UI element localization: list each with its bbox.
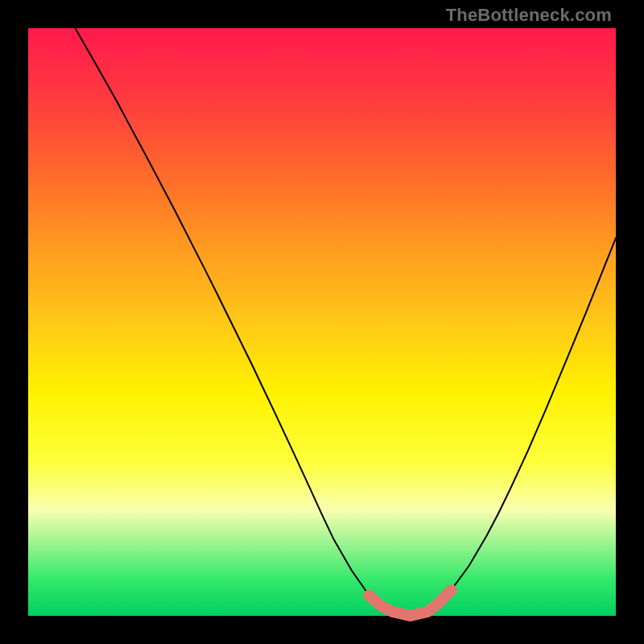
main-curve [75, 28, 616, 616]
chart-frame: TheBottleneck.com [0, 0, 644, 644]
curve-layer [28, 28, 616, 616]
highlight-curve [369, 590, 451, 616]
plot-area [28, 28, 616, 616]
watermark-text: TheBottleneck.com [446, 5, 612, 26]
